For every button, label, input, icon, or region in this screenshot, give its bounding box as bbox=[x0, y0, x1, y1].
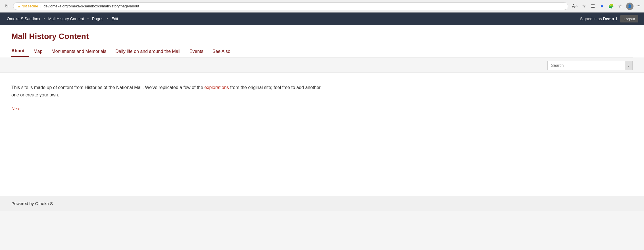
signed-in-user: Demo 1 bbox=[603, 16, 618, 21]
extensions-icon[interactable]: 🧩 bbox=[608, 3, 614, 9]
refresh-button[interactable]: ↻ bbox=[3, 3, 10, 9]
nav-about[interactable]: About bbox=[11, 46, 29, 57]
admin-nav-bar: Omeka S Sandbox • Mall History Content •… bbox=[0, 13, 644, 25]
nav-daily-life[interactable]: Daily life on and around the Mall bbox=[115, 47, 185, 57]
nav-site-name[interactable]: Omeka S Sandbox bbox=[6, 16, 41, 21]
page-content: This site is made up of content from His… bbox=[0, 73, 644, 134]
address-separator: | bbox=[40, 4, 41, 8]
logout-button[interactable]: Logout bbox=[620, 15, 638, 22]
browser-actions: A𝄐 ☆ ☰ ● 🧩 ☆ 👤 ··· bbox=[572, 3, 641, 10]
admin-nav-left: Omeka S Sandbox • Mall History Content •… bbox=[6, 16, 580, 21]
browser-sync-icon[interactable]: ● bbox=[599, 3, 605, 9]
nav-see-also[interactable]: See Also bbox=[212, 47, 235, 57]
nav-events[interactable]: Events bbox=[189, 47, 208, 57]
site-footer: Powered by Omeka S bbox=[0, 196, 644, 211]
address-url: dev.omeka.org/omeka-s-sandbox/s/mallhist… bbox=[43, 4, 139, 8]
signed-in-label: Signed in as Demo 1 bbox=[580, 16, 618, 21]
site-header: Mall History Content About Map Monuments… bbox=[0, 25, 644, 57]
avatar[interactable]: 👤 bbox=[626, 3, 633, 10]
nav-pages[interactable]: Pages bbox=[91, 16, 105, 21]
site-navigation: About Map Monuments and Memorials Daily … bbox=[11, 46, 633, 57]
search-bar: › bbox=[547, 61, 633, 70]
nav-dot-2: • bbox=[87, 17, 89, 21]
search-input[interactable] bbox=[548, 61, 625, 70]
read-aloud-icon[interactable]: A𝄐 bbox=[572, 3, 578, 9]
nav-dot-1: • bbox=[44, 17, 45, 21]
footer-text: Powered by Omeka S bbox=[11, 201, 53, 206]
reader-icon[interactable]: ☰ bbox=[590, 3, 596, 9]
search-button[interactable]: › bbox=[625, 61, 632, 70]
admin-nav-right: Signed in as Demo 1 Logout bbox=[580, 15, 638, 22]
browser-chrome: ↻ ▲ Not secure | dev.omeka.org/omeka-s-s… bbox=[0, 0, 644, 13]
main-wrapper: Mall History Content About Map Monuments… bbox=[0, 25, 644, 196]
body-text-1: This site is made up of content from His… bbox=[11, 85, 205, 90]
nav-edit[interactable]: Edit bbox=[110, 16, 119, 21]
nav-mall-history[interactable]: Mall History Content bbox=[47, 16, 85, 21]
site-title: Mall History Content bbox=[11, 32, 633, 41]
security-warning: ▲ Not secure bbox=[17, 4, 38, 8]
favorites-icon[interactable]: ☆ bbox=[581, 3, 587, 9]
address-bar[interactable]: ▲ Not secure | dev.omeka.org/omeka-s-san… bbox=[13, 2, 568, 10]
bookmark-icon[interactable]: ☆ bbox=[617, 3, 623, 9]
browser-menu-button[interactable]: ··· bbox=[636, 3, 641, 9]
search-section: › bbox=[0, 57, 644, 73]
nav-dot-3: • bbox=[107, 17, 108, 21]
next-link[interactable]: Next bbox=[11, 106, 21, 111]
nav-monuments[interactable]: Monuments and Memorials bbox=[51, 47, 111, 57]
page-body-text: This site is made up of content from His… bbox=[11, 84, 324, 98]
explorations-link[interactable]: explorations bbox=[205, 85, 229, 90]
nav-map[interactable]: Map bbox=[34, 47, 47, 57]
